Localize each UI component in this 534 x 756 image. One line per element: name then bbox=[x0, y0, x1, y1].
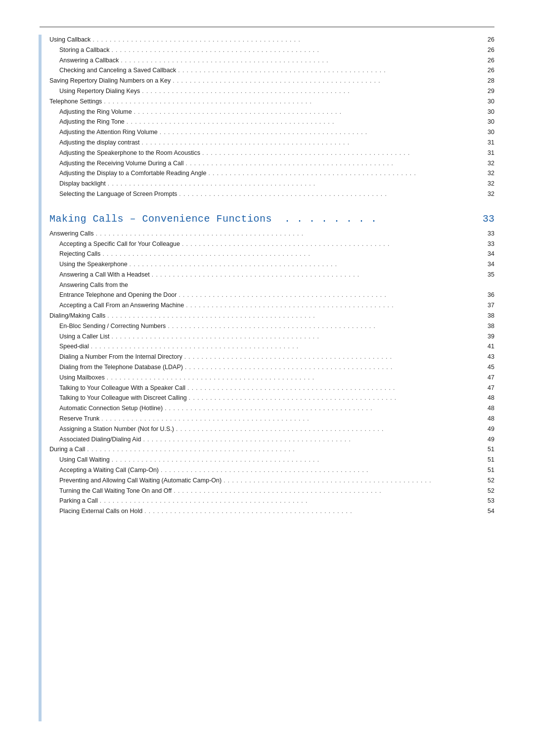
toc-entry: Adjusting the Display to a Comfortable R… bbox=[49, 168, 494, 179]
toc-page: 26 bbox=[481, 45, 494, 55]
toc-dots: . . . . . . . . . . . . . . . . . . . . … bbox=[178, 66, 479, 76]
toc-title: Adjusting the Ring Tone bbox=[59, 117, 125, 127]
toc-entry: Checking and Canceling a Saved Callback.… bbox=[49, 65, 494, 76]
toc-title: Talking to Your Colleague with Discreet … bbox=[59, 393, 187, 403]
toc-page: 34 bbox=[481, 249, 494, 259]
toc-entry: Adjusting the Ring Volume. . . . . . . .… bbox=[49, 107, 494, 117]
toc-entry: Adjusting the Attention Ring Volume. . .… bbox=[49, 127, 494, 138]
header-divider bbox=[40, 27, 494, 27]
toc-title: Automatic Connection Setup (Hotline) bbox=[59, 403, 163, 414]
toc-entry: Adjusting the Ring Tone. . . . . . . . .… bbox=[49, 117, 494, 127]
toc-dots: . . . . . . . . . . . . . . . . . . . . … bbox=[143, 435, 479, 445]
toc-title: Using Mailboxes bbox=[59, 373, 105, 383]
toc-entry: Rejecting Calls. . . . . . . . . . . . .… bbox=[49, 249, 494, 259]
toc-entry: Dialing from the Telephone Database (LDA… bbox=[49, 362, 494, 373]
toc-page: 32 bbox=[481, 179, 494, 189]
toc-dots: . . . . . . . . . . . . . . . . . . . . … bbox=[173, 76, 479, 86]
toc-page: 51 bbox=[481, 444, 494, 455]
toc-entry: Preventing and Allowing Call Waiting (Au… bbox=[49, 475, 494, 486]
toc-dots: . . . . . . . . . . . . . . . . . . . . … bbox=[186, 301, 479, 311]
toc-page: 31 bbox=[481, 148, 494, 158]
toc-dots: . . . . . . . . . . . . . . . . . . . . … bbox=[102, 249, 479, 259]
toc-title: Using Call Waiting bbox=[59, 455, 110, 465]
toc-title: Turning the Call Waiting Tone On and Off bbox=[59, 486, 172, 496]
toc-title: Adjusting the Attention Ring Volume bbox=[59, 127, 158, 138]
toc-title: Telephone Settings bbox=[49, 96, 102, 107]
toc-title: Adjusting the Receiving Volume During a … bbox=[59, 158, 184, 169]
toc-entry: Answering a Call With a Headset. . . . .… bbox=[49, 270, 494, 280]
toc-title: Adjusting the display contrast bbox=[59, 138, 140, 148]
section-heading-page: 33 bbox=[483, 213, 494, 225]
toc-title: Using Callback bbox=[49, 35, 90, 45]
toc-page: 30 bbox=[481, 107, 494, 117]
toc-page: 52 bbox=[481, 486, 494, 496]
toc-title: Rejecting Calls bbox=[59, 249, 100, 259]
toc-entry: Storing a Callback. . . . . . . . . . . … bbox=[49, 45, 494, 55]
section-heading: Making Calls – Convenience Functions . .… bbox=[49, 213, 494, 225]
toc-title: During a Call bbox=[49, 444, 85, 455]
toc-entry: Selecting the Language of Screen Prompts… bbox=[49, 189, 494, 199]
toc-bottom-section: Answering Calls. . . . . . . . . . . . .… bbox=[49, 229, 494, 517]
toc-dots: . . . . . . . . . . . . . . . . . . . . … bbox=[111, 332, 479, 342]
toc-dots: . . . . . . . . . . . . . . . . . . . . … bbox=[179, 189, 479, 199]
toc-title: Talking to Your Colleague With a Speaker… bbox=[59, 383, 185, 393]
toc-entry: Turning the Call Waiting Tone On and Off… bbox=[49, 486, 494, 496]
toc-title: Dialing/Making Calls bbox=[49, 311, 105, 321]
toc-page: 54 bbox=[481, 506, 494, 517]
toc-page: 32 bbox=[481, 158, 494, 169]
toc-title: Answering a Call With a Headset bbox=[59, 270, 150, 280]
toc-title: Accepting a Call From an Answering Machi… bbox=[59, 300, 184, 311]
toc-page: 32 bbox=[481, 189, 494, 199]
toc-dots: . . . . . . . . . . . . . . . . . . . . … bbox=[161, 466, 479, 475]
toc-page: 43 bbox=[481, 352, 494, 362]
toc-page: 31 bbox=[481, 138, 494, 148]
toc-entry: Dialing a Number From the Internal Direc… bbox=[49, 352, 494, 362]
toc-title: Preventing and Allowing Call Waiting (Au… bbox=[59, 475, 222, 486]
toc-entry: Accepting a Specific Call for Your Colle… bbox=[49, 239, 494, 249]
toc-entry: Using Repertory Dialing Keys. . . . . . … bbox=[49, 86, 494, 96]
toc-title: Adjusting the Display to a Comfortable R… bbox=[59, 168, 206, 179]
toc-dots: . . . . . . . . . . . . . . . . . . . . … bbox=[92, 35, 479, 45]
toc-dots: . . . . . . . . . . . . . . . . . . . . … bbox=[160, 128, 479, 138]
toc-dots: . . . . . . . . . . . . . . . . . . . . … bbox=[184, 352, 479, 362]
toc-entry: Reserve Trunk. . . . . . . . . . . . . .… bbox=[49, 414, 494, 424]
toc-entry: En-Bloc Sending / Correcting Numbers. . … bbox=[49, 321, 494, 331]
toc-page: 26 bbox=[481, 35, 494, 45]
toc-title: Parking a Call bbox=[59, 496, 98, 506]
toc-title: Checking and Canceling a Saved Callback bbox=[59, 65, 176, 76]
toc-entry: Using the Speakerphone. . . . . . . . . … bbox=[49, 259, 494, 270]
toc-entry: Using Callback. . . . . . . . . . . . . … bbox=[49, 35, 494, 45]
toc-entry: Saving Repertory Dialing Numbers on a Ke… bbox=[49, 76, 494, 86]
toc-title: Accepting a Waiting Call (Camp-On) bbox=[59, 465, 159, 475]
toc-entry: Placing External Calls on Hold. . . . . … bbox=[49, 506, 494, 517]
toc-page: 28 bbox=[481, 76, 494, 86]
toc-entry: Adjusting the display contrast. . . . . … bbox=[49, 138, 494, 148]
toc-page: 47 bbox=[481, 383, 494, 393]
toc-dots: . . . . . . . . . . . . . . . . . . . . … bbox=[142, 138, 479, 148]
toc-title: Reserve Trunk bbox=[59, 414, 99, 424]
toc-entry: Answering Calls. . . . . . . . . . . . .… bbox=[49, 229, 494, 239]
toc-entry: Accepting a Waiting Call (Camp-On). . . … bbox=[49, 465, 494, 475]
toc-entry: Using Call Waiting. . . . . . . . . . . … bbox=[49, 455, 494, 465]
toc-entry: Using Mailboxes. . . . . . . . . . . . .… bbox=[49, 373, 494, 383]
toc-title: Adjusting the Speakerphone to the Room A… bbox=[59, 148, 200, 158]
toc-dots: . . . . . . . . . . . . . . . . . . . . … bbox=[107, 311, 479, 321]
toc-page: 34 bbox=[481, 259, 494, 270]
toc-page: 51 bbox=[481, 465, 494, 475]
toc-title: Associated Dialing/Dialing Aid bbox=[59, 434, 141, 445]
toc-dots: . . . . . . . . . . . . . . . . . . . . … bbox=[152, 270, 479, 280]
toc-entry: Dialing/Making Calls. . . . . . . . . . … bbox=[49, 311, 494, 321]
toc-dots: . . . . . . . . . . . . . . . . . . . . … bbox=[112, 455, 479, 465]
toc-dots: . . . . . . . . . . . . . . . . . . . . … bbox=[130, 260, 479, 270]
toc-dots: . . . . . . . . . . . . . . . . . . . . … bbox=[176, 425, 479, 434]
toc-page: 51 bbox=[481, 455, 494, 465]
toc-page: 30 bbox=[481, 127, 494, 138]
toc-entry: Adjusting the Receiving Volume During a … bbox=[49, 158, 494, 169]
toc-dots: . . . . . . . . . . . . . . . . . . . . … bbox=[127, 117, 479, 127]
toc-dots: . . . . . . . . . . . . . . . . . . . . … bbox=[121, 56, 479, 66]
toc-page: 36 bbox=[481, 290, 494, 300]
toc-title: Entrance Telephone and Opening the Door bbox=[59, 290, 177, 300]
toc-dots: . . . . . . . . . . . . . . . . . . . . … bbox=[185, 363, 479, 373]
toc-entry: Talking to Your Colleague With a Speaker… bbox=[49, 383, 494, 393]
toc-entry: Telephone Settings. . . . . . . . . . . … bbox=[49, 96, 494, 107]
